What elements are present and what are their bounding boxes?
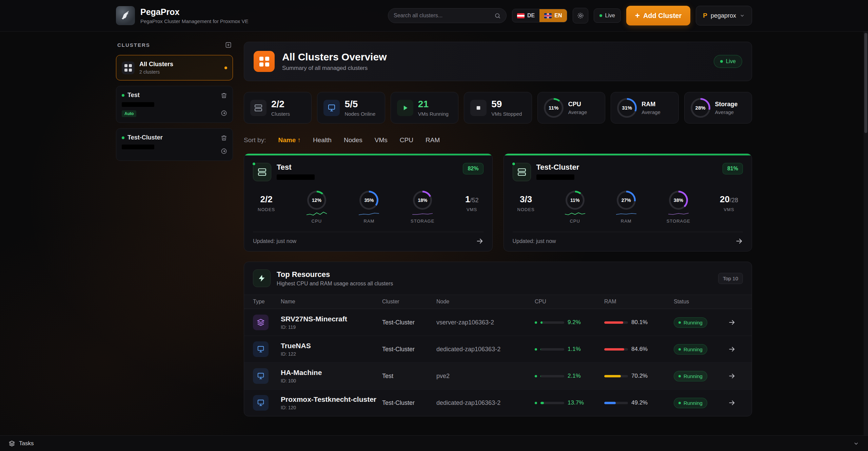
resource-cluster: Test (382, 373, 436, 380)
ram-donut: 27% (617, 191, 636, 210)
table-row[interactable]: HA-Machine ID: 100 Test pve2 2.1% 70.2% … (244, 362, 752, 389)
stat-nodes-online: 5/5 Nodes Online (317, 92, 385, 124)
table-row[interactable]: SRV27NS-Minecraft ID: 119 Test-Cluster v… (244, 309, 752, 336)
add-cluster-panel-icon[interactable] (225, 42, 232, 48)
cluster-card-test[interactable]: Test 82% 2/2 NODES 12% CPU (244, 153, 493, 251)
stats-row: 2/2 Clusters 5/5 Nodes Online 21 (244, 92, 752, 124)
open-resource-arrow-icon[interactable] (728, 345, 743, 353)
language-en-label: EN (554, 13, 562, 19)
open-resource-arrow-icon[interactable] (728, 372, 743, 380)
col-status: Status (674, 299, 728, 305)
vms-stat: 20/28 VMS (720, 191, 738, 224)
stat-sublabel: Average (568, 109, 587, 115)
live-dot-icon (720, 60, 723, 63)
storage-stat: 18% STORAGE (411, 191, 434, 224)
resource-name: HA-Machine (281, 369, 382, 377)
tasks-bar[interactable]: Tasks (0, 435, 868, 451)
page-title: All Clusters Overview (282, 51, 387, 63)
stat-label: VMs Stopped (491, 111, 522, 117)
stat-ram-average: 31% RAM Average (611, 92, 678, 124)
search-input[interactable] (394, 13, 491, 19)
cpu-dot-icon (535, 402, 537, 404)
vm-icon (253, 395, 269, 411)
stat-label: VMs Running (418, 111, 449, 117)
live-status-chip[interactable]: Live (594, 8, 621, 23)
col-type: Type (253, 299, 281, 305)
online-dot (512, 162, 516, 166)
stat-vms-stopped: 59 VMs Stopped (464, 92, 532, 124)
stat-value: 2/2 (271, 99, 290, 110)
nodes-stat: 3/3 NODES (517, 191, 535, 224)
sort-option-nodes[interactable]: Nodes (344, 136, 362, 144)
page-scrollbar (864, 32, 868, 435)
resource-id: ID: 122 (281, 351, 382, 357)
ram-stat: 35% RAM (358, 191, 380, 224)
sort-option-health[interactable]: Health (313, 136, 332, 144)
sort-option-ram[interactable]: RAM (426, 136, 440, 144)
trash-icon[interactable] (221, 92, 227, 99)
sort-option-name[interactable]: Name ↑ (278, 136, 301, 144)
language-de[interactable]: DE (512, 9, 539, 22)
sidebar-item-all-clusters[interactable]: All Clusters 2 clusters (116, 55, 233, 80)
live-badge: Live (714, 55, 742, 68)
col-node: Node (436, 299, 535, 305)
sort-option-vms[interactable]: VMs (375, 136, 388, 144)
resource-cluster: Test-Cluster (382, 346, 436, 353)
cpu-dot-icon (535, 375, 537, 377)
cluster-card-test-cluster[interactable]: Test-Cluster 81% 3/3 NODES 11% (504, 153, 752, 251)
add-cluster-label: Add Cluster (643, 12, 682, 20)
cluster-name: Test (277, 163, 315, 172)
node-icon (323, 100, 340, 116)
open-cluster-arrow-icon[interactable] (735, 237, 743, 245)
user-name: pegaprox (711, 12, 736, 19)
open-cluster-icon[interactable] (221, 110, 227, 116)
live-badge-label: Live (726, 58, 736, 64)
scrollbar-thumb[interactable] (864, 33, 867, 133)
ram-donut: 35% (359, 191, 378, 210)
en-flag-icon (544, 13, 552, 18)
resource-id: ID: 100 (281, 378, 382, 383)
trash-icon[interactable] (221, 135, 227, 141)
language-toggle: DE EN (512, 9, 567, 22)
resource-name: Proxmox-Testknecht-cluster (281, 395, 382, 403)
cpu-meter: 2.1% (535, 373, 604, 379)
user-menu[interactable]: P pegaprox (696, 6, 752, 25)
redacted-address (122, 145, 154, 149)
sidebar-item-test[interactable]: Test Auto (116, 86, 233, 123)
table-row[interactable]: Proxmox-Testknecht-cluster ID: 120 Test-… (244, 389, 752, 416)
storage-sparkline (412, 211, 433, 216)
cluster-server-icon (253, 163, 271, 181)
stop-icon (470, 100, 487, 116)
vm-icon (253, 368, 269, 384)
language-de-label: DE (527, 13, 535, 19)
cpu-dot-icon (535, 348, 537, 351)
sort-option-cpu[interactable]: CPU (400, 136, 413, 144)
stat-label: RAM (642, 101, 660, 108)
open-cluster-icon[interactable] (221, 148, 227, 154)
open-cluster-arrow-icon[interactable] (476, 237, 484, 245)
add-cluster-button[interactable]: + Add Cluster (626, 6, 690, 25)
ram-sparkline (615, 211, 637, 216)
storage-stat: 38% STORAGE (667, 191, 690, 224)
user-avatar-initial: P (703, 12, 707, 19)
app-tagline: PegaProx Cluster Management for Proxmox … (140, 18, 248, 24)
stat-value: 59 (491, 99, 522, 110)
resource-cluster: Test-Cluster (382, 399, 436, 407)
table-row[interactable]: TrueNAS ID: 122 Test-Cluster dedicated-z… (244, 336, 752, 362)
open-resource-arrow-icon[interactable] (728, 319, 743, 326)
ram-average-donut: 31% (617, 98, 637, 118)
chevron-down-icon[interactable] (853, 440, 859, 447)
open-resource-arrow-icon[interactable] (728, 399, 743, 407)
col-cpu: CPU (535, 299, 604, 305)
status-badge: Running (674, 317, 707, 328)
sidebar-item-test-cluster[interactable]: Test-Cluster (116, 128, 233, 161)
settings-button[interactable] (573, 8, 588, 23)
cpu-donut: 12% (307, 191, 326, 210)
language-en[interactable]: EN (539, 9, 567, 22)
col-name: Name (281, 299, 382, 305)
cpu-meter: 9.2% (535, 319, 604, 326)
col-ram: RAM (604, 299, 674, 305)
resource-node: pve2 (436, 373, 535, 380)
cpu-stat: 12% CPU (306, 191, 328, 224)
pegaprox-logo (116, 6, 135, 25)
